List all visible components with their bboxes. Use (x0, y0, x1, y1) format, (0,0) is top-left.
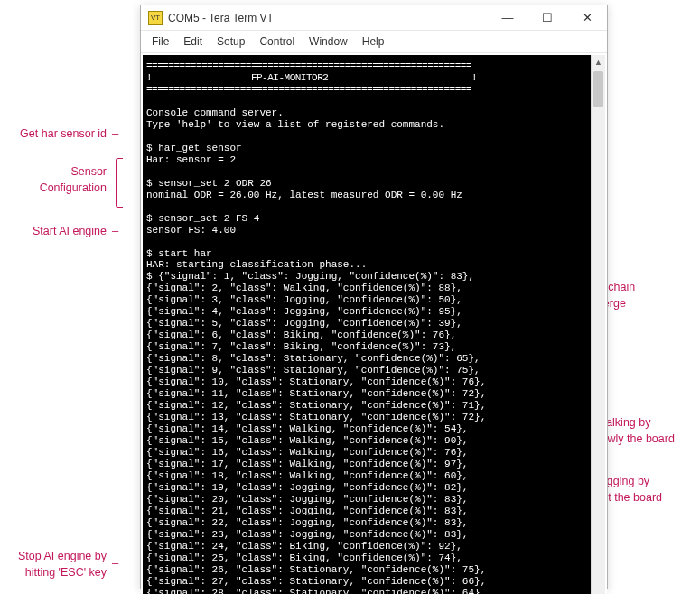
scroll-thumb[interactable] (593, 71, 603, 107)
annotation-dash: – (112, 556, 118, 570)
bracket-sensor-config (116, 158, 123, 208)
annotation-dash: – (112, 224, 118, 237)
menu-control[interactable]: Control (254, 33, 300, 50)
minimize-button[interactable]: — (488, 5, 527, 31)
annotation-start-ai: Start AI engine (0, 224, 107, 240)
terminal-rows: $ {"signal": 1, "class": Jogging, "confi… (146, 271, 486, 594)
titlebar[interactable]: VT COM5 - Tera Term VT — ☐ ✕ (141, 5, 607, 31)
scroll-up-icon[interactable]: ▲ (592, 55, 605, 70)
app-icon: VT (148, 11, 163, 25)
maximize-button[interactable]: ☐ (527, 5, 567, 31)
menu-setup[interactable]: Setup (211, 33, 250, 50)
menubar: File Edit Setup Control Window Help (141, 31, 607, 53)
teraterm-window: VT COM5 - Tera Term VT — ☐ ✕ File Edit S… (140, 5, 608, 589)
annotation-dash: – (112, 126, 118, 140)
scrollbar[interactable]: ▲ ▼ (591, 55, 605, 594)
terminal-output[interactable]: ========================================… (143, 55, 591, 594)
menu-file[interactable]: File (146, 33, 174, 50)
menu-help[interactable]: Help (357, 33, 390, 50)
menu-window[interactable]: Window (303, 33, 353, 50)
annotation-stop-ai: Stop AI engine by hitting 'ESC' key (0, 549, 107, 580)
annotation-sensor-config: Sensor Configuration (0, 164, 107, 196)
close-button[interactable]: ✕ (567, 5, 607, 31)
menu-edit[interactable]: Edit (178, 33, 208, 50)
annotation-get-har-sensor: Get har sensor id (0, 126, 107, 143)
window-title: COM5 - Tera Term VT (168, 12, 488, 24)
